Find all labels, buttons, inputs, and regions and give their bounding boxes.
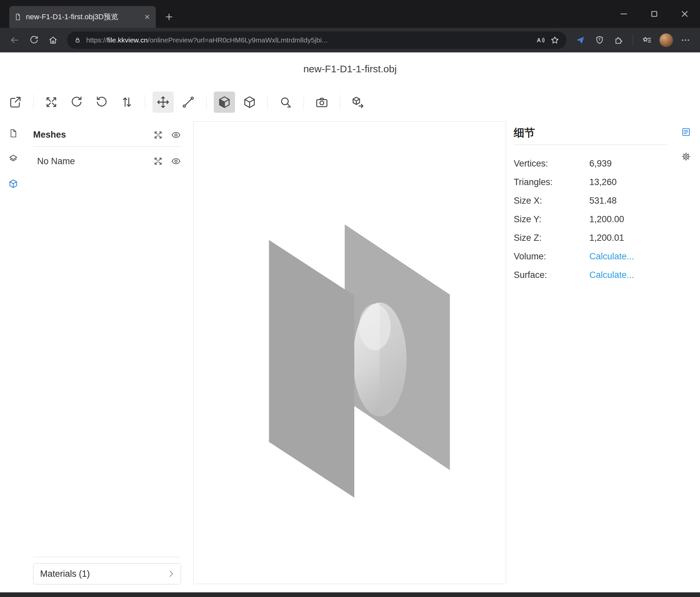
detail-label: Volume: [514, 252, 589, 262]
page-file-icon [14, 13, 22, 21]
model-tab[interactable] [4, 174, 23, 193]
left-tab-strip [0, 119, 26, 193]
open-model-icon [8, 95, 22, 109]
gear-icon [681, 151, 691, 162]
favorites-hub-button[interactable] [639, 31, 656, 49]
page-title: new-F1-D1-1-first.obj [0, 52, 700, 86]
browser-titlebar: new-F1-D1-1-first.obj3D预览 [0, 0, 700, 28]
details-list-tab[interactable] [677, 123, 695, 141]
toolbar-separator [268, 95, 268, 110]
toolbar-separator [304, 95, 304, 110]
refresh-icon [29, 35, 39, 45]
fit-all-icon[interactable] [153, 130, 163, 140]
extension-blue-icon [575, 35, 585, 45]
back-button[interactable] [6, 31, 23, 49]
open-model-button[interactable] [5, 92, 26, 113]
details-rows: Vertices: 6,939 Triangles: 13,260 Size X… [514, 154, 668, 284]
model-cube-icon [8, 179, 18, 189]
magnifier-icon [279, 95, 293, 109]
settings-tab[interactable] [677, 148, 695, 165]
close-icon [680, 9, 690, 19]
meshes-header-row: Meshes [33, 123, 181, 147]
detail-value: 1,200.00 [589, 214, 624, 224]
mesh-name: No Name [37, 156, 75, 167]
toolbar-separator [206, 95, 206, 110]
file-info-tab[interactable] [4, 124, 23, 143]
read-aloud-icon[interactable]: A [535, 35, 545, 45]
model-viewport[interactable] [193, 121, 506, 584]
rotate-left-icon [70, 95, 83, 109]
browser-tab[interactable]: new-F1-D1-1-first.obj3D预览 [9, 6, 156, 28]
tab-close-icon[interactable] [143, 13, 151, 21]
cylinder-highlight [359, 304, 391, 350]
measure-line-icon [181, 95, 195, 109]
zoom-tool-button[interactable] [275, 92, 296, 113]
home-button[interactable] [44, 31, 61, 49]
move-tool-button[interactable] [152, 92, 174, 113]
model-render [194, 122, 506, 584]
chevron-right-icon [166, 569, 176, 579]
shaded-cube-icon [218, 95, 231, 109]
maximize-icon [649, 9, 659, 19]
minimize-icon [619, 9, 629, 19]
toolbar-separator [340, 95, 340, 110]
browser-navbar: https://file.kkview.cn/onlinePreview?url… [0, 28, 700, 52]
window-controls [608, 0, 700, 28]
file-icon [8, 128, 18, 138]
fit-view-button[interactable] [41, 92, 62, 113]
flip-vertical-button[interactable] [116, 92, 138, 113]
fit-mesh-icon[interactable] [153, 156, 163, 166]
meshes-panel: Meshes No Name Materials [26, 119, 188, 592]
detail-row-size-y: Size Y: 1,200.00 [514, 210, 668, 229]
wireframe-view-button[interactable] [239, 92, 260, 113]
window-close-button[interactable] [670, 0, 700, 28]
details-list-icon [681, 127, 691, 137]
profile-button[interactable] [657, 31, 675, 49]
address-bar[interactable]: https://file.kkview.cn/onlinePreview?url… [67, 31, 567, 49]
svg-text:T: T [599, 38, 601, 42]
extensions-button[interactable] [610, 31, 627, 49]
detail-row-volume: Volume: Calculate... [514, 247, 668, 266]
visibility-mesh-icon[interactable] [171, 156, 181, 166]
viewer-toolbar [0, 86, 700, 119]
browser-window: new-F1-D1-1-first.obj3D预览 [0, 0, 700, 597]
shaded-view-button[interactable] [214, 92, 235, 113]
detail-label: Surface: [514, 270, 589, 280]
tampermonkey-button[interactable]: T [591, 31, 608, 49]
home-icon [48, 35, 58, 45]
detail-row-triangles: Triangles: 13,260 [514, 173, 668, 191]
materials-button[interactable]: Materials (1) [33, 563, 181, 584]
rotate-left-button[interactable] [66, 92, 87, 113]
detail-value: 531.48 [589, 196, 617, 206]
flip-vertical-icon [120, 95, 134, 109]
calculate-volume-link[interactable]: Calculate... [589, 252, 634, 262]
visibility-all-icon[interactable] [171, 130, 181, 140]
new-tab-button[interactable] [161, 9, 177, 25]
calculate-surface-link[interactable]: Calculate... [589, 270, 634, 280]
favorite-star-icon[interactable] [550, 35, 560, 45]
mesh-list-item[interactable]: No Name [37, 152, 181, 170]
export-cube-icon [351, 95, 365, 109]
extension-blue-button[interactable] [572, 31, 589, 49]
measure-line-button[interactable] [178, 92, 199, 113]
export-model-button[interactable] [347, 92, 369, 113]
navbar-divider [633, 34, 633, 46]
detail-value: 6,939 [589, 159, 612, 169]
rotate-right-button[interactable] [91, 92, 112, 113]
window-maximize-button[interactable] [639, 0, 670, 28]
tab-title: new-F1-D1-1-first.obj3D预览 [26, 12, 139, 22]
avatar [659, 33, 673, 47]
fit-view-icon [44, 95, 58, 109]
rotate-right-icon [95, 95, 109, 109]
window-minimize-button[interactable] [608, 0, 639, 28]
browser-menu-button[interactable] [677, 31, 694, 49]
lock-icon[interactable] [74, 36, 81, 44]
screenshot-button[interactable] [311, 92, 332, 113]
tampermonkey-shield-icon: T [595, 35, 604, 45]
detail-row-surface: Surface: Calculate... [514, 266, 668, 284]
details-header: 细节 [514, 126, 668, 145]
extensions-puzzle-icon [614, 35, 624, 45]
meshes-header: Meshes [33, 130, 66, 140]
materials-tab[interactable] [4, 149, 23, 168]
refresh-button[interactable] [25, 31, 43, 49]
